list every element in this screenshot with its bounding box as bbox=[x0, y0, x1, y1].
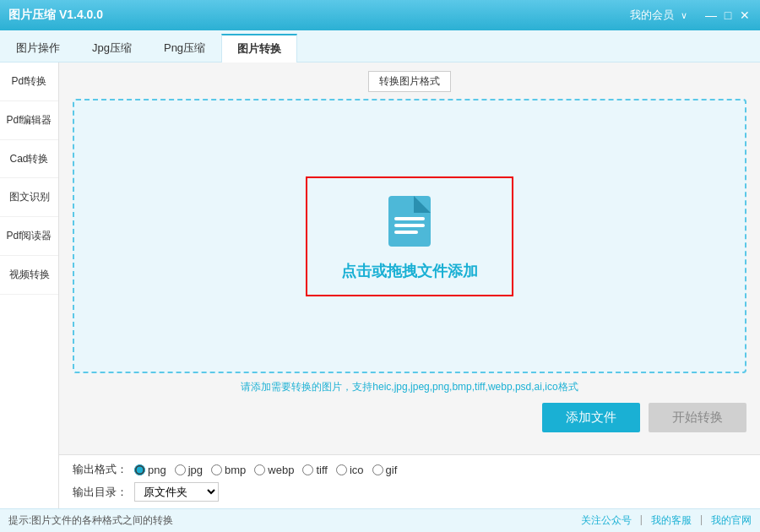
sidebar-item-video-convert[interactable]: 视频转换 bbox=[0, 256, 58, 295]
drop-zone[interactable]: 点击或拖拽文件添加 bbox=[73, 99, 746, 373]
link-customer-service[interactable]: 我的客服 bbox=[651, 513, 692, 528]
format-png[interactable]: png bbox=[134, 464, 166, 476]
link-official-website[interactable]: 我的官网 bbox=[711, 513, 752, 528]
format-ico[interactable]: ico bbox=[336, 464, 364, 476]
app-title: 图片压缩 V1.4.0.0 bbox=[8, 8, 103, 23]
dir-label: 输出目录： bbox=[73, 485, 128, 500]
close-button[interactable]: ✕ bbox=[738, 8, 752, 22]
sidebar-item-cad-convert[interactable]: Cad转换 bbox=[0, 140, 58, 179]
member-label[interactable]: 我的会员 bbox=[630, 8, 674, 23]
sidebar-item-ocr[interactable]: 图文识别 bbox=[0, 178, 58, 217]
content-area: 转换图片格式 点击或拖拽文件添加 请添加需要转换的图片，支持h bbox=[59, 62, 760, 454]
sidebar: Pdf转换 Pdf编辑器 Cad转换 图文识别 Pdf阅读器 视频转换 bbox=[0, 62, 59, 508]
format-label: 输出格式： bbox=[73, 462, 128, 477]
tab-jpg-compress[interactable]: Jpg压缩 bbox=[76, 33, 148, 62]
main-layout: Pdf转换 Pdf编辑器 Cad转换 图文识别 Pdf阅读器 视频转换 转换图片… bbox=[0, 62, 760, 508]
sidebar-item-pdf-reader[interactable]: Pdf阅读器 bbox=[0, 217, 58, 256]
tab-image-operation[interactable]: 图片操作 bbox=[0, 33, 76, 62]
format-radio-group: png jpg bmp webp tiff ico bbox=[134, 464, 397, 476]
link-public-account[interactable]: 关注公众号 bbox=[581, 513, 632, 528]
status-hint: 提示:图片文件的各种格式之间的转换 bbox=[8, 513, 173, 528]
drop-text: 点击或拖拽文件添加 bbox=[341, 261, 478, 281]
add-file-button[interactable]: 添加文件 bbox=[542, 403, 640, 432]
sidebar-item-pdf-convert[interactable]: Pdf转换 bbox=[0, 62, 58, 101]
convert-btn-row: 转换图片格式 bbox=[73, 71, 746, 92]
maximize-button[interactable]: □ bbox=[721, 8, 735, 22]
status-links: 关注公众号 | 我的客服 | 我的官网 bbox=[581, 513, 752, 528]
output-section: 输出格式： png jpg bmp webp tiff bbox=[59, 454, 760, 508]
format-webp[interactable]: webp bbox=[254, 464, 294, 476]
chevron-down-icon[interactable]: ∨ bbox=[681, 10, 687, 21]
tab-image-convert[interactable]: 图片转换 bbox=[221, 34, 297, 62]
dir-select[interactable]: 原文件夹 bbox=[134, 482, 219, 502]
svg-rect-4 bbox=[394, 231, 418, 234]
window-controls: — □ ✕ bbox=[704, 8, 752, 22]
drop-zone-inner: 点击或拖拽文件添加 bbox=[306, 176, 513, 296]
svg-rect-0 bbox=[388, 196, 431, 247]
format-bmp[interactable]: bmp bbox=[211, 464, 246, 476]
convert-format-button[interactable]: 转换图片格式 bbox=[368, 71, 451, 92]
action-row: 添加文件 开始转换 bbox=[73, 403, 746, 432]
support-text: 请添加需要转换的图片，支持heic,jpg,jpeg,png,bmp,tiff,… bbox=[73, 380, 746, 394]
status-bar: 提示:图片文件的各种格式之间的转换 关注公众号 | 我的客服 | 我的官网 bbox=[0, 508, 760, 532]
tab-bar: 图片操作 Jpg压缩 Png压缩 图片转换 bbox=[0, 30, 760, 62]
dir-row: 输出目录： 原文件夹 bbox=[73, 482, 746, 502]
format-tiff[interactable]: tiff bbox=[302, 464, 328, 476]
tab-png-compress[interactable]: Png压缩 bbox=[148, 33, 221, 62]
svg-rect-3 bbox=[394, 224, 425, 227]
sidebar-item-pdf-editor[interactable]: Pdf编辑器 bbox=[0, 101, 58, 140]
format-gif[interactable]: gif bbox=[372, 464, 398, 476]
format-jpg[interactable]: jpg bbox=[175, 464, 203, 476]
title-bar-right: 我的会员 ∨ — □ ✕ bbox=[630, 8, 752, 23]
minimize-button[interactable]: — bbox=[704, 8, 718, 22]
file-icon bbox=[384, 192, 435, 251]
svg-rect-2 bbox=[394, 217, 425, 220]
format-row: 输出格式： png jpg bmp webp tiff bbox=[73, 462, 746, 477]
title-bar: 图片压缩 V1.4.0.0 我的会员 ∨ — □ ✕ bbox=[0, 0, 760, 30]
start-convert-button: 开始转换 bbox=[649, 403, 746, 432]
